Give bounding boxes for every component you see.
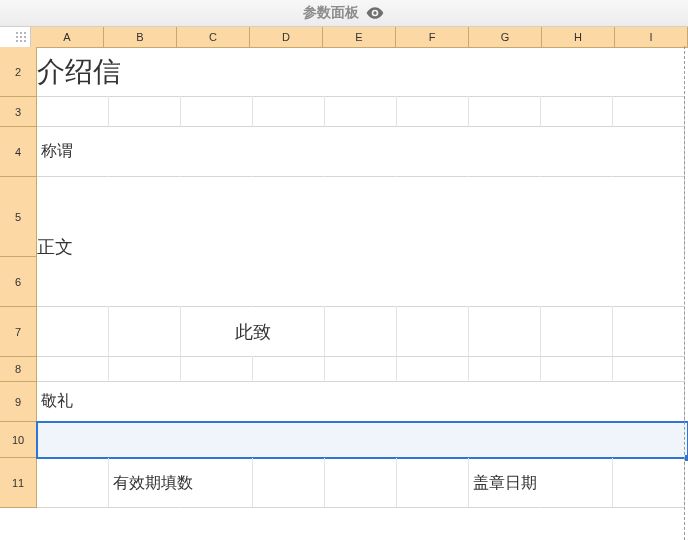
cell-A3[interactable] xyxy=(37,97,109,127)
cell-B3[interactable] xyxy=(109,97,181,127)
col-header-B[interactable]: B xyxy=(104,27,177,48)
cell-I7[interactable] xyxy=(613,307,685,357)
row-2: 2 介绍信 xyxy=(0,47,688,97)
col-header-C[interactable]: C xyxy=(177,27,250,48)
row-header-7[interactable]: 7 xyxy=(0,307,37,357)
cell-I8[interactable] xyxy=(613,357,685,382)
svg-point-9 xyxy=(24,40,26,42)
cell-A9[interactable]: 敬礼 xyxy=(37,382,109,422)
cell-E9[interactable] xyxy=(325,382,397,422)
svg-point-8 xyxy=(20,40,22,42)
col-header-G[interactable]: G xyxy=(469,27,542,48)
cell-G3[interactable] xyxy=(469,97,541,127)
cell-E8[interactable] xyxy=(325,357,397,382)
cell-H7[interactable] xyxy=(541,307,613,357)
cell-H10[interactable] xyxy=(541,422,613,458)
cell-G8[interactable] xyxy=(469,357,541,382)
cell-F11[interactable] xyxy=(397,458,469,508)
cell-B4[interactable] xyxy=(109,127,181,177)
cell-D11[interactable] xyxy=(253,458,325,508)
row-header-9[interactable]: 9 xyxy=(0,382,37,422)
cell-D4[interactable] xyxy=(253,127,325,177)
row-header-5[interactable]: 5 xyxy=(0,177,37,257)
visibility-eye-icon[interactable] xyxy=(365,3,385,23)
col-header-F[interactable]: F xyxy=(396,27,469,48)
cell-I9[interactable] xyxy=(613,382,685,422)
cell-F3[interactable] xyxy=(397,97,469,127)
cell-C9[interactable] xyxy=(181,382,253,422)
svg-point-2 xyxy=(20,32,22,34)
cell-E3[interactable] xyxy=(325,97,397,127)
cell-B8[interactable] xyxy=(109,357,181,382)
salutation-label: 称谓 xyxy=(37,141,73,162)
document-title: 介绍信 xyxy=(37,53,688,91)
spreadsheet-grid[interactable]: A B C D E F G H I 2 介绍信 3 xyxy=(0,27,688,508)
cell-D8[interactable] xyxy=(253,357,325,382)
cell-H3[interactable] xyxy=(541,97,613,127)
cell-I4[interactable] xyxy=(613,127,685,177)
col-header-E[interactable]: E xyxy=(323,27,396,48)
cell-B10[interactable] xyxy=(109,422,181,458)
cell-C3[interactable] xyxy=(181,97,253,127)
cell-F7[interactable] xyxy=(397,307,469,357)
cell-D10[interactable] xyxy=(253,422,325,458)
col-header-A[interactable]: A xyxy=(31,27,104,48)
col-header-D[interactable]: D xyxy=(250,27,323,48)
row-header-6[interactable]: 6 xyxy=(0,257,37,307)
cell-A10[interactable] xyxy=(37,422,109,458)
row-9: 9 敬礼 xyxy=(0,382,688,422)
cell-B7[interactable] xyxy=(109,307,181,357)
cell-G7[interactable] xyxy=(469,307,541,357)
cell-C10[interactable] xyxy=(181,422,253,458)
cell-F4[interactable] xyxy=(397,127,469,177)
cell-B9[interactable] xyxy=(109,382,181,422)
cell-I10[interactable] xyxy=(613,422,685,458)
left-grip-spacer xyxy=(0,27,12,48)
cell-E4[interactable] xyxy=(325,127,397,177)
cell-A11[interactable] xyxy=(37,458,109,508)
cell-A7[interactable] xyxy=(37,307,109,357)
cell-A8[interactable] xyxy=(37,357,109,382)
row-header-10[interactable]: 10 xyxy=(0,422,37,458)
seal-date-label: 盖章日期 xyxy=(473,473,537,494)
cell-I3[interactable] xyxy=(613,97,685,127)
cell-H4[interactable] xyxy=(541,127,613,177)
cell-F9[interactable] xyxy=(397,382,469,422)
svg-point-6 xyxy=(24,36,26,38)
svg-point-7 xyxy=(16,40,18,42)
cell-A4[interactable]: 称谓 xyxy=(37,127,109,177)
cell-G4[interactable] xyxy=(469,127,541,177)
row-header-4[interactable]: 4 xyxy=(0,127,37,177)
col-header-H[interactable]: H xyxy=(542,27,615,48)
validity-merged[interactable]: 有效期填数 xyxy=(109,458,257,508)
select-all-corner[interactable] xyxy=(12,27,31,48)
row-header-3[interactable]: 3 xyxy=(0,97,37,127)
merged-body-cell[interactable]: 正文 xyxy=(37,187,688,307)
regards-label: 敬礼 xyxy=(37,391,73,412)
cell-C8[interactable] xyxy=(181,357,253,382)
cell-E10[interactable] xyxy=(325,422,397,458)
validity-label: 有效期填数 xyxy=(113,473,193,494)
cell-D3[interactable] xyxy=(253,97,325,127)
closing-merged[interactable]: 此致 xyxy=(181,307,325,357)
cell-G9[interactable] xyxy=(469,382,541,422)
cell-H9[interactable] xyxy=(541,382,613,422)
cell-H8[interactable] xyxy=(541,357,613,382)
cell-F10[interactable] xyxy=(397,422,469,458)
cell-E11[interactable] xyxy=(325,458,397,508)
cell-E7[interactable] xyxy=(325,307,397,357)
cell-I11[interactable] xyxy=(613,458,685,508)
cell-C4[interactable] xyxy=(181,127,253,177)
merged-title-cell[interactable]: 介绍信 xyxy=(37,47,688,97)
cell-G10[interactable] xyxy=(469,422,541,458)
seal-date-merged[interactable]: 盖章日期 xyxy=(469,458,617,508)
body-text-label: 正文 xyxy=(37,235,688,259)
row-header-11[interactable]: 11 xyxy=(0,458,37,508)
row-header-8[interactable]: 8 xyxy=(0,357,37,382)
col-header-I[interactable]: I xyxy=(615,27,688,48)
parameter-panel-bar[interactable]: 参数面板 xyxy=(0,0,688,27)
row-header-2[interactable]: 2 xyxy=(0,47,37,97)
cell-F8[interactable] xyxy=(397,357,469,382)
cell-D9[interactable] xyxy=(253,382,325,422)
closing-label: 此致 xyxy=(235,320,271,344)
